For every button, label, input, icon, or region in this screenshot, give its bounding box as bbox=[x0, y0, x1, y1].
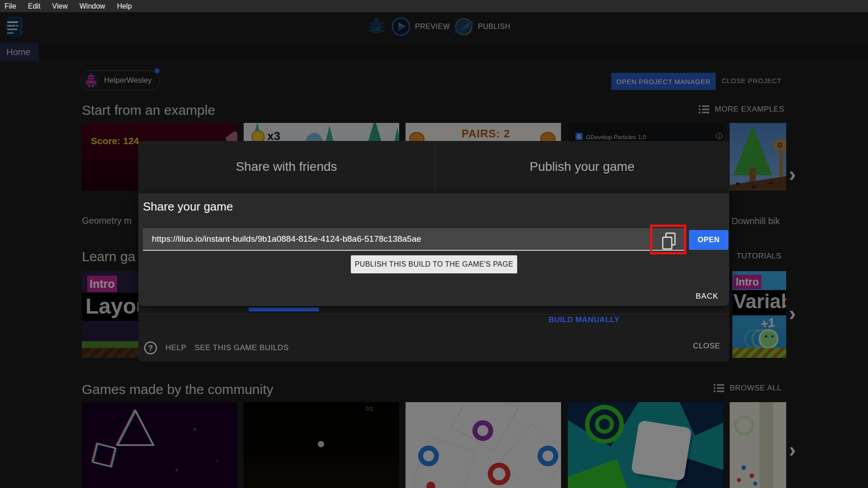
tab-divider bbox=[434, 145, 435, 193]
see-game-builds-button[interactable]: SEE THIS GAME BUILDS bbox=[194, 343, 288, 352]
active-tab-indicator bbox=[249, 308, 319, 311]
menu-file[interactable]: File bbox=[5, 2, 16, 10]
help-icon[interactable]: ? bbox=[144, 341, 157, 355]
build-manually-button[interactable]: BUILD MANUALLY bbox=[516, 315, 652, 325]
tab-publish-your-game[interactable]: Publish your game bbox=[435, 141, 729, 192]
share-game-panel: Share your game OPEN PUBLISH THIS BUILD … bbox=[138, 193, 729, 306]
tab-publish-label: Publish your game bbox=[530, 160, 635, 174]
tab-share-with-friends[interactable]: Share with friends bbox=[138, 141, 434, 192]
help-button[interactable]: HELP bbox=[165, 343, 186, 352]
svg-text:?: ? bbox=[148, 344, 153, 352]
tab-share-label: Share with friends bbox=[236, 160, 337, 174]
close-dialog-button[interactable]: CLOSE bbox=[693, 342, 720, 351]
menu-edit[interactable]: Edit bbox=[28, 2, 41, 10]
menu-help[interactable]: Help bbox=[117, 2, 132, 10]
dialog-divider-line bbox=[138, 314, 729, 314]
gdevelop-window: File Edit View Window Help bbox=[0, 0, 868, 488]
open-game-button[interactable]: OPEN bbox=[689, 230, 728, 250]
share-panel-title: Share your game bbox=[143, 200, 233, 214]
game-url-input[interactable] bbox=[143, 228, 684, 251]
menu-view[interactable]: View bbox=[52, 2, 67, 10]
highlight-annotation-box bbox=[650, 225, 686, 254]
back-button[interactable]: BACK bbox=[696, 292, 718, 301]
menu-window[interactable]: Window bbox=[80, 2, 105, 10]
menu-bar: File Edit View Window Help bbox=[0, 0, 868, 12]
publish-build-button[interactable]: PUBLISH THIS BUILD TO THE GAME'S PAGE bbox=[351, 255, 517, 273]
